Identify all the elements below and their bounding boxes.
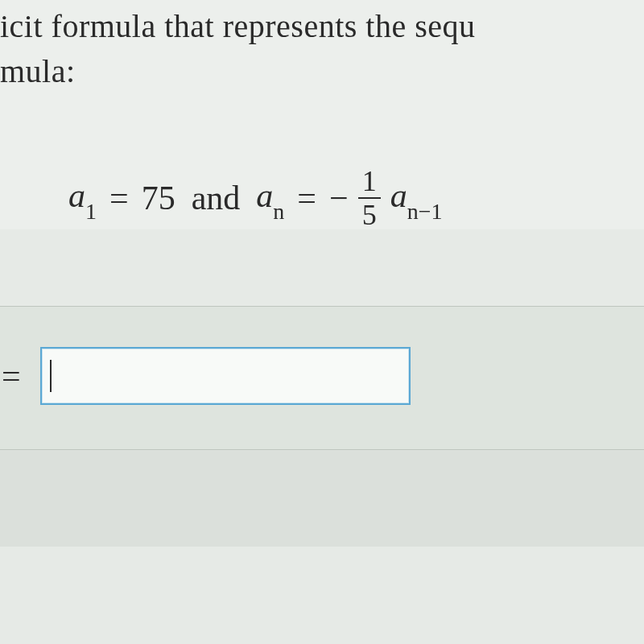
text-cursor xyxy=(50,360,52,392)
formula-display: a1 = 75 and an = − 1 5 an−1 xyxy=(0,167,644,229)
minus-sign: − xyxy=(329,179,349,217)
a1-value: 75 xyxy=(142,179,175,217)
input-wrapper xyxy=(40,347,644,405)
question-text: icit formula that represents the sequ mu… xyxy=(0,0,644,94)
answer-input[interactable] xyxy=(40,347,411,405)
answer-row: = xyxy=(0,347,644,405)
and-text: and xyxy=(192,179,241,217)
formula-an-minus-1: an−1 xyxy=(390,176,443,220)
question-area: icit formula that represents the sequ mu… xyxy=(0,0,644,229)
formula-a1: a1 xyxy=(68,176,97,220)
answer-section: = xyxy=(0,306,644,450)
fraction-one-fifth: 1 5 xyxy=(358,167,381,229)
equals-sign-2: = xyxy=(297,179,316,217)
question-line-2: mula: xyxy=(0,49,644,94)
formula-an: an xyxy=(256,176,284,220)
bottom-area xyxy=(0,450,644,547)
question-line-1: icit formula that represents the sequ xyxy=(0,4,644,49)
equals-sign-1: = xyxy=(109,179,129,217)
answer-equals-label: = xyxy=(2,357,21,395)
